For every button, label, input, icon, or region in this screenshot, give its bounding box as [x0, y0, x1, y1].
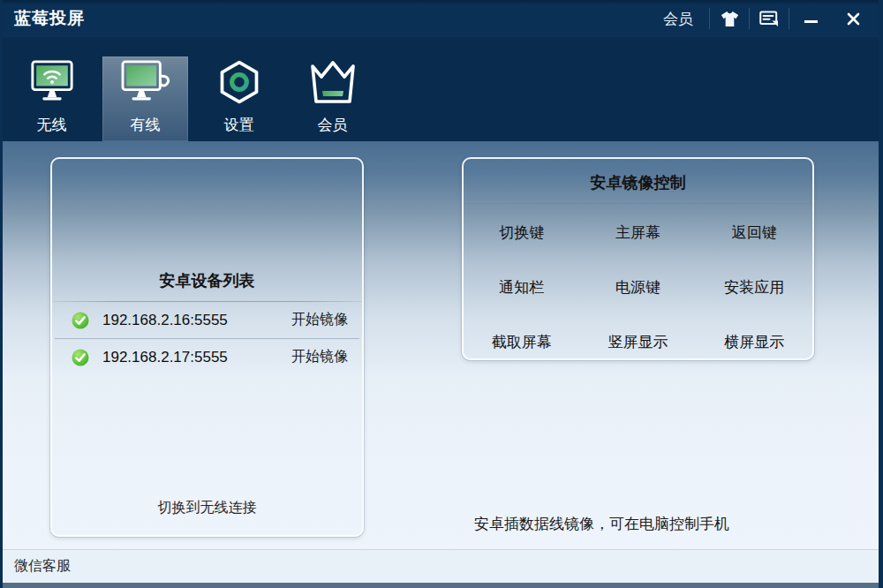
- titlebar-controls: 会员: [647, 0, 874, 37]
- minimize-button[interactable]: [789, 0, 832, 37]
- notification-bar-button[interactable]: 通知栏: [464, 260, 580, 314]
- app-window: 蓝莓投屏 会员: [0, 0, 883, 588]
- device-row: 192.168.2.17:5555 开始镜像: [52, 339, 362, 375]
- switch-to-wireless-link[interactable]: 切换到无线连接: [52, 499, 362, 517]
- feedback-icon[interactable]: [750, 0, 789, 37]
- start-mirror-button[interactable]: 开始镜像: [291, 348, 348, 366]
- device-ip: 192.168.2.16:5555: [102, 312, 228, 329]
- tab-wireless[interactable]: 无线: [9, 57, 94, 141]
- titlebar-member-button[interactable]: 会员: [647, 0, 709, 37]
- android-mirror-control-panel: 安卓镜像控制 切换键 主屏幕 返回键 通知栏 电源键 安装应用 截取屏幕 竖屏显…: [462, 157, 814, 360]
- info-line: 安卓插数据线镜像，可在电脑控制手机: [474, 507, 738, 542]
- device-panel-title: 安卓设备列表: [52, 270, 362, 291]
- back-key-button[interactable]: 返回键: [696, 205, 812, 260]
- minimize-icon: [804, 20, 818, 23]
- member-crown-icon: [307, 59, 358, 105]
- divider: [464, 203, 812, 204]
- wired-monitor-icon: [120, 59, 171, 105]
- window-bottom-edge: [0, 583, 883, 588]
- install-app-button[interactable]: 安装应用: [696, 260, 812, 314]
- power-key-button[interactable]: 电源键: [580, 260, 697, 314]
- statusbar: 微信客服: [0, 549, 883, 583]
- main-tabbar: 无线 有线 设置: [0, 37, 883, 141]
- tab-member[interactable]: 会员: [290, 57, 375, 141]
- wireless-monitor-icon: [26, 59, 78, 105]
- home-screen-button[interactable]: 主屏幕: [580, 205, 697, 260]
- close-icon: [847, 12, 860, 26]
- tab-label: 无线: [37, 115, 67, 135]
- switch-key-button[interactable]: 切换键: [464, 205, 580, 260]
- skin-icon[interactable]: [710, 0, 749, 37]
- window-left-edge: [0, 0, 3, 588]
- tab-settings[interactable]: 设置: [196, 57, 282, 141]
- device-row: 192.168.2.16:5555 开始镜像: [52, 302, 362, 338]
- close-button[interactable]: [832, 0, 874, 37]
- control-panel-title: 安卓镜像控制: [464, 172, 812, 193]
- green-check-icon: [72, 349, 89, 366]
- tab-label: 有线: [131, 115, 161, 135]
- screenshot-button[interactable]: 截取屏幕: [464, 314, 580, 369]
- app-title: 蓝莓投屏: [14, 7, 85, 30]
- tab-label: 会员: [318, 115, 348, 135]
- android-device-panel: 安卓设备列表 192.168.2.16:5555 开始镜像 192.168.2.…: [50, 157, 364, 537]
- window-right-edge: [879, 0, 883, 588]
- control-button-grid: 切换键 主屏幕 返回键 通知栏 电源键 安装应用 截取屏幕 竖屏显示 横屏显示: [464, 205, 812, 369]
- tab-wired[interactable]: 有线: [102, 57, 188, 141]
- start-mirror-button[interactable]: 开始镜像: [291, 311, 348, 329]
- wechat-support-link[interactable]: 微信客服: [14, 557, 71, 576]
- portrait-display-button[interactable]: 竖屏显示: [580, 314, 697, 369]
- main-content: 安卓设备列表 192.168.2.16:5555 开始镜像 192.168.2.…: [0, 141, 883, 549]
- device-ip: 192.168.2.17:5555: [102, 349, 228, 366]
- settings-hexagon-icon: [214, 59, 265, 105]
- landscape-display-button[interactable]: 横屏显示: [696, 314, 812, 369]
- titlebar: 蓝莓投屏 会员: [0, 0, 883, 37]
- green-check-icon: [72, 312, 89, 329]
- tab-label: 设置: [224, 115, 254, 135]
